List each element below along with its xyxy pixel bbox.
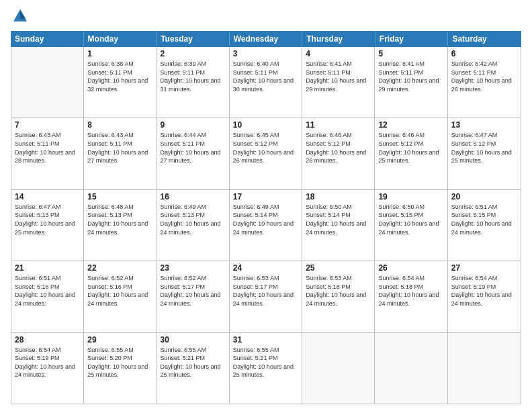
cell-info-line: Sunset: 5:15 PM <box>378 211 443 220</box>
day-number: 22 <box>87 263 152 273</box>
cal-cell: 22Sunrise: 6:52 AMSunset: 5:16 PMDayligh… <box>84 261 157 332</box>
cell-info-line: Sunset: 5:20 PM <box>87 354 152 363</box>
header-day-friday: Friday <box>375 31 449 47</box>
cell-info-line: Daylight: 10 hours and 24 minutes. <box>233 291 298 308</box>
cell-info-line: Sunset: 5:21 PM <box>161 354 226 363</box>
cell-info-line: Daylight: 10 hours and 24 minutes. <box>451 220 517 236</box>
cell-info-line: Daylight: 10 hours and 26 minutes. <box>306 148 371 165</box>
cell-info-line: Daylight: 10 hours and 24 minutes. <box>306 291 371 308</box>
day-number: 27 <box>451 263 517 273</box>
cell-info-line: Sunrise: 6:48 AM <box>87 203 152 212</box>
cell-info-line: Daylight: 10 hours and 25 minutes. <box>451 148 517 165</box>
cal-cell: 24Sunrise: 6:53 AMSunset: 5:17 PMDayligh… <box>230 261 302 332</box>
day-number: 15 <box>87 192 152 201</box>
day-number: 10 <box>233 120 298 130</box>
day-number: 29 <box>87 335 152 345</box>
cell-info-line: Sunset: 5:12 PM <box>233 140 298 148</box>
cell-info-line: Sunset: 5:17 PM <box>233 283 298 291</box>
cal-cell: 16Sunrise: 6:49 AMSunset: 5:13 PMDayligh… <box>157 190 230 261</box>
cell-info-line: Sunset: 5:11 PM <box>161 68 226 77</box>
day-number: 7 <box>15 120 80 130</box>
cell-info-line: Sunset: 5:16 PM <box>15 283 80 291</box>
day-number: 24 <box>233 263 298 273</box>
cell-info-line: Sunrise: 6:41 AM <box>378 60 443 68</box>
day-number: 19 <box>378 192 443 201</box>
cal-cell: 26Sunrise: 6:54 AMSunset: 5:18 PMDayligh… <box>375 261 447 332</box>
cell-info-line: Sunrise: 6:52 AM <box>87 274 152 283</box>
cal-cell <box>375 333 447 404</box>
cell-info-line: Sunset: 5:11 PM <box>451 68 517 77</box>
cell-info-line: Sunset: 5:14 PM <box>233 211 298 220</box>
cell-info-line: Daylight: 10 hours and 24 minutes. <box>161 291 226 308</box>
cal-cell <box>302 333 375 404</box>
calendar-body: 1Sunrise: 6:38 AMSunset: 5:11 PMDaylight… <box>11 47 521 404</box>
header-day-wednesday: Wednesday <box>230 31 303 47</box>
cal-cell: 1Sunrise: 6:38 AMSunset: 5:11 PMDaylight… <box>84 47 157 118</box>
cell-info-line: Daylight: 10 hours and 32 minutes. <box>87 77 152 93</box>
cell-info-line: Daylight: 10 hours and 27 minutes. <box>161 148 226 165</box>
cell-info-line: Sunset: 5:21 PM <box>233 354 298 363</box>
cal-cell <box>448 333 521 404</box>
cell-info-line: Sunrise: 6:53 AM <box>233 274 298 283</box>
cell-info-line: Sunrise: 6:46 AM <box>378 131 443 140</box>
week-row-2: 7Sunrise: 6:43 AMSunset: 5:11 PMDaylight… <box>11 118 521 189</box>
cell-info-line: Daylight: 10 hours and 24 minutes. <box>233 220 298 236</box>
logo <box>11 7 31 26</box>
cal-cell: 3Sunrise: 6:40 AMSunset: 5:11 PMDaylight… <box>230 47 302 118</box>
day-number: 13 <box>451 120 517 130</box>
cell-info-line: Sunset: 5:15 PM <box>451 211 517 220</box>
day-number: 28 <box>15 335 80 345</box>
cell-info-line: Sunset: 5:11 PM <box>378 68 443 77</box>
day-number: 23 <box>161 263 226 273</box>
day-number: 14 <box>15 192 80 201</box>
cell-info-line: Sunrise: 6:54 AM <box>378 274 443 283</box>
cell-info-line: Daylight: 10 hours and 25 minutes. <box>378 148 443 165</box>
day-number: 9 <box>161 120 226 130</box>
cell-info-line: Daylight: 10 hours and 29 minutes. <box>306 77 371 93</box>
cell-info-line: Sunset: 5:14 PM <box>306 211 371 220</box>
cal-cell: 20Sunrise: 6:51 AMSunset: 5:15 PMDayligh… <box>448 190 521 261</box>
cell-info-line: Sunrise: 6:55 AM <box>87 346 152 355</box>
calendar: SundayMondayTuesdayWednesdayThursdayFrid… <box>11 31 521 404</box>
cell-info-line: Sunset: 5:11 PM <box>306 68 371 77</box>
cell-info-line: Daylight: 10 hours and 24 minutes. <box>15 291 80 308</box>
cal-cell: 23Sunrise: 6:52 AMSunset: 5:17 PMDayligh… <box>157 261 230 332</box>
cell-info-line: Sunrise: 6:42 AM <box>451 60 517 68</box>
cell-info-line: Daylight: 10 hours and 31 minutes. <box>161 77 226 93</box>
cal-cell: 30Sunrise: 6:55 AMSunset: 5:21 PMDayligh… <box>157 333 230 404</box>
cell-info-line: Sunset: 5:17 PM <box>161 283 226 291</box>
cell-info-line: Daylight: 10 hours and 25 minutes. <box>15 220 80 236</box>
cell-info-line: Daylight: 10 hours and 24 minutes. <box>306 220 371 236</box>
header <box>11 7 521 26</box>
day-number: 16 <box>161 192 226 201</box>
cell-info-line: Daylight: 10 hours and 28 minutes. <box>15 148 80 165</box>
day-number: 17 <box>233 192 298 201</box>
cell-info-line: Sunrise: 6:54 AM <box>15 346 80 355</box>
day-number: 6 <box>451 49 517 58</box>
cal-cell: 28Sunrise: 6:54 AMSunset: 5:19 PMDayligh… <box>11 333 84 404</box>
cell-info-line: Daylight: 10 hours and 26 minutes. <box>233 148 298 165</box>
cell-info-line: Sunrise: 6:50 AM <box>306 203 371 212</box>
day-number: 8 <box>87 120 152 130</box>
week-row-4: 21Sunrise: 6:51 AMSunset: 5:16 PMDayligh… <box>11 261 521 332</box>
cell-info-line: Sunrise: 6:38 AM <box>87 60 152 68</box>
day-number: 31 <box>233 335 298 345</box>
day-number: 21 <box>15 263 80 273</box>
day-number: 5 <box>378 49 443 58</box>
logo-icon <box>11 7 30 26</box>
cell-info-line: Sunrise: 6:45 AM <box>233 131 298 140</box>
cal-cell: 25Sunrise: 6:53 AMSunset: 5:18 PMDayligh… <box>302 261 375 332</box>
cell-info-line: Sunrise: 6:51 AM <box>15 274 80 283</box>
day-number: 11 <box>306 120 371 130</box>
day-number: 30 <box>161 335 226 345</box>
day-number: 4 <box>306 49 371 58</box>
cal-cell: 7Sunrise: 6:43 AMSunset: 5:11 PMDaylight… <box>11 118 84 189</box>
cal-cell: 31Sunrise: 6:55 AMSunset: 5:21 PMDayligh… <box>230 333 302 404</box>
cal-cell: 2Sunrise: 6:39 AMSunset: 5:11 PMDaylight… <box>157 47 230 118</box>
cell-info-line: Daylight: 10 hours and 24 minutes. <box>378 291 443 308</box>
cell-info-line: Sunrise: 6:43 AM <box>87 131 152 140</box>
cell-info-line: Sunrise: 6:43 AM <box>15 131 80 140</box>
cell-info-line: Daylight: 10 hours and 24 minutes. <box>87 291 152 308</box>
cal-cell: 14Sunrise: 6:47 AMSunset: 5:13 PMDayligh… <box>11 190 84 261</box>
cell-info-line: Daylight: 10 hours and 24 minutes. <box>161 220 226 236</box>
